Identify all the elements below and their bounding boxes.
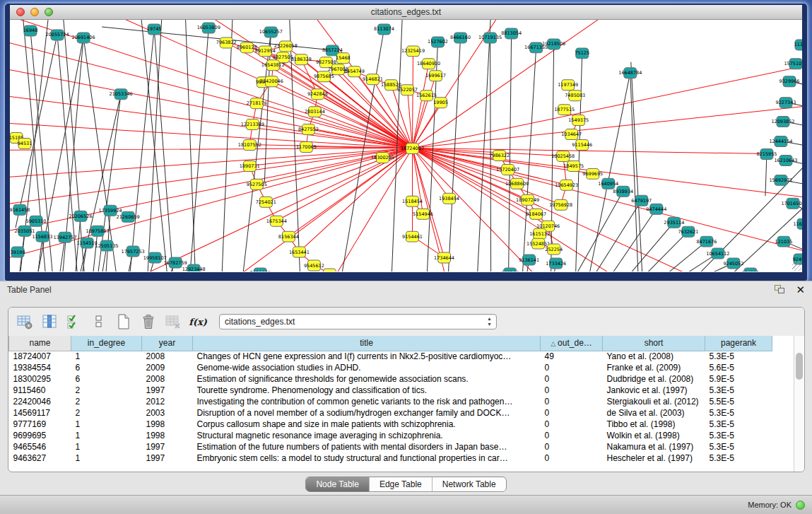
table-cell[interactable]: Wolkin et al. (1998) <box>603 430 705 441</box>
table-cell[interactable]: 9777169 <box>9 419 71 430</box>
network-node[interactable]: 7632621 <box>678 226 698 237</box>
table-cell[interactable]: 1997 <box>142 441 193 452</box>
window-titlebar[interactable]: citations_edges.txt <box>10 5 802 20</box>
table-cell[interactable]: 19384554 <box>9 362 71 373</box>
network-node[interactable]: 10025458 <box>551 151 575 161</box>
network-node[interactable]: 9245052 <box>723 258 743 269</box>
table-cell[interactable]: 5.6E-5 <box>705 362 772 373</box>
network-node[interactable]: 12444154 <box>769 136 792 147</box>
table-row[interactable]: 977716911998Corpus callosum shape and si… <box>9 419 772 430</box>
network-view[interactable]: 1694820055724206914061974516053809106552… <box>10 20 802 271</box>
network-node[interactable]: 1938454 <box>439 193 459 204</box>
table-cell[interactable]: 1998 <box>142 419 193 430</box>
table-cell[interactable]: 0 <box>541 430 603 441</box>
table-cell[interactable]: Changes of HCN gene expression and I(f) … <box>193 351 541 362</box>
network-node[interactable]: 6479197 <box>631 195 652 206</box>
table-row[interactable]: 946362711997Embryonic stem cells: a mode… <box>9 452 772 464</box>
network-node[interactable]: 9329966 <box>779 76 800 87</box>
network-node[interactable]: 15692971 <box>769 175 792 185</box>
network-node[interactable]: 7485083 <box>565 90 585 101</box>
table-cell[interactable]: Nakamura et al. (1997) <box>603 441 705 452</box>
network-node[interactable]: 19745 <box>147 24 162 35</box>
table-cell[interactable]: 14569117 <box>9 407 71 419</box>
column-header-in_degree[interactable]: in_degree <box>71 336 142 351</box>
table-cell[interactable]: 2009 <box>142 362 193 373</box>
table-row[interactable]: 946554611997Estimation of the future num… <box>9 441 772 452</box>
network-node[interactable]: 121035 <box>775 236 793 247</box>
table-cell[interactable]: Estimation of the future numbers of pati… <box>193 441 541 452</box>
table-cell[interactable]: 1 <box>71 452 142 464</box>
network-node[interactable]: 12093852 <box>771 117 794 127</box>
network-node[interactable]: 15751074 <box>784 59 802 69</box>
network-node[interactable]: 16948 <box>23 25 38 36</box>
table-source-combobox[interactable]: citations_edges.txt ▲▼ <box>219 314 497 329</box>
network-node[interactable]: 9474444 <box>646 204 666 214</box>
network-node[interactable]: 7254021 <box>256 197 276 207</box>
table-cell[interactable]: 5.3E-5 <box>705 441 772 452</box>
table-cell[interactable]: 9115460 <box>9 385 71 396</box>
network-node[interactable]: 1518454 <box>402 196 423 206</box>
network-node[interactable]: 924501 <box>742 268 760 271</box>
table-cell[interactable]: Hescheler et al. (1997) <box>603 452 705 464</box>
table-cell[interactable]: 9699695 <box>9 430 71 441</box>
table-settings-icon[interactable] <box>16 313 34 331</box>
table-cell[interactable]: 1997 <box>142 385 193 396</box>
table-cell[interactable]: 0 <box>541 396 603 407</box>
network-node[interactable]: 15720407 <box>496 164 519 175</box>
table-cell[interactable]: 5.3E-5 <box>705 407 772 419</box>
network-node[interactable]: 9154461 <box>402 231 423 242</box>
float-panel-icon[interactable] <box>775 285 786 295</box>
table-cell[interactable]: 0 <box>541 441 603 452</box>
table-cell[interactable]: 2 <box>71 396 142 407</box>
table-cell[interactable]: 6 <box>71 373 142 385</box>
network-canvas[interactable]: 1694820055724206914061974516053809106552… <box>10 20 802 271</box>
column-header-pagerank[interactable]: pagerank <box>705 336 772 351</box>
table-cell[interactable]: 5.9E-5 <box>705 373 772 385</box>
table-cell[interactable]: 2 <box>71 407 142 419</box>
network-node[interactable]: 20055724 <box>46 30 69 40</box>
column-header-name[interactable]: name <box>9 336 71 351</box>
table-cell[interactable]: 1 <box>71 351 142 362</box>
new-document-icon[interactable] <box>114 313 133 331</box>
table-cell[interactable]: 5.3E-5 <box>705 385 772 396</box>
table-cell[interactable]: 18724007 <box>9 351 71 362</box>
table-row[interactable]: 911546021997Tourette syndrome. Phenomeno… <box>9 385 772 396</box>
table-cell[interactable]: Franke et al. (2009) <box>603 362 705 373</box>
network-node[interactable]: 23226058 <box>274 41 298 52</box>
show-rows-icon[interactable] <box>90 313 108 331</box>
table-cell[interactable]: 0 <box>541 373 603 385</box>
network-node[interactable]: 876453 <box>321 269 339 271</box>
tab-edge-table[interactable]: Edge Table <box>370 477 433 491</box>
network-node[interactable]: 1154519 <box>77 238 98 248</box>
table-cell[interactable]: 5.3E-5 <box>705 351 772 362</box>
network-node[interactable]: 15468 <box>336 53 351 64</box>
vertical-scrollbar[interactable] <box>794 336 804 472</box>
network-node[interactable]: 16053809 <box>197 23 220 33</box>
table-cell[interactable]: Estimation of significance thresholds fo… <box>193 373 541 385</box>
table-cell[interactable]: 1998 <box>142 430 193 441</box>
tab-node-table[interactable]: Node Table <box>306 477 370 491</box>
close-window-icon[interactable] <box>16 8 25 16</box>
table-cell[interactable]: 5.3E-5 <box>705 452 772 464</box>
table-cell[interactable]: 18300295 <box>9 373 71 385</box>
network-node[interactable]: 9184067 <box>526 209 546 219</box>
table-cell[interactable]: 1 <box>71 430 142 441</box>
network-node[interactable]: 19654923 <box>555 180 578 190</box>
table-cell[interactable]: 5.5E-5 <box>705 396 772 407</box>
delete-trash-icon[interactable] <box>139 313 158 331</box>
table-cell[interactable]: 2 <box>71 385 142 396</box>
network-node[interactable]: 17016504 <box>781 198 802 209</box>
network-node[interactable]: 1699617 <box>425 71 446 81</box>
scrollbar-thumb[interactable] <box>796 353 803 380</box>
network-node[interactable]: 39199 <box>11 247 25 257</box>
network-node[interactable]: 8471676 <box>696 236 717 247</box>
network-node[interactable]: 8813054 <box>501 28 522 39</box>
network-node[interactable]: 11174 <box>794 40 802 50</box>
table-cell[interactable]: 0 <box>541 452 603 464</box>
table-cell[interactable]: 2008 <box>142 373 193 385</box>
network-node[interactable]: 1549375 <box>568 115 589 126</box>
table-cell[interactable]: Genome-wide association studies in ADHD. <box>193 362 541 373</box>
network-node[interactable]: 16648784 <box>618 68 642 78</box>
close-panel-icon[interactable]: ✕ <box>796 285 805 295</box>
network-node[interactable]: 10654112 <box>706 248 729 259</box>
